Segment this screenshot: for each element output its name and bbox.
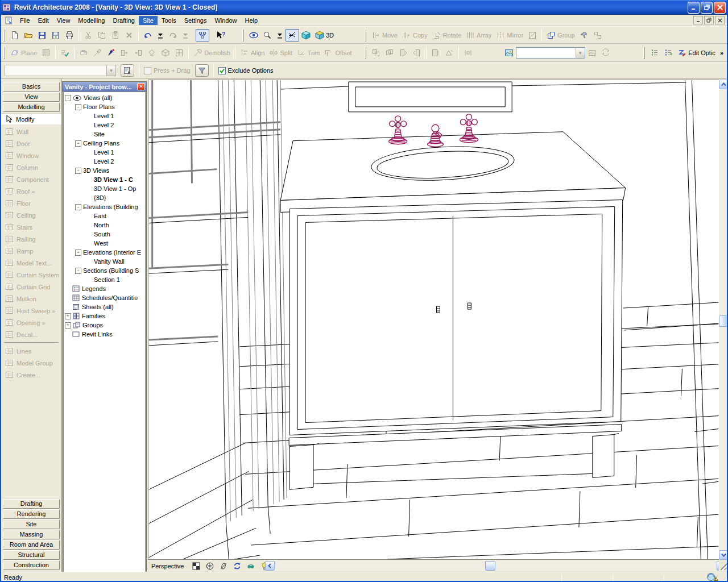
tool-host-sweep[interactable]: Host Sweep » [1, 305, 61, 317]
redo-dropdown[interactable] [180, 29, 191, 41]
demolish-button[interactable]: Demolish [191, 47, 233, 59]
design-bar-tab-construction[interactable]: Construction [3, 560, 60, 570]
project-browser-header[interactable]: Vanity - Project brow... ✕ [63, 82, 146, 92]
attach-top-button[interactable] [396, 47, 410, 59]
tool-model-text[interactable]: Model Text... [1, 257, 61, 269]
mdi-minimize-button[interactable] [693, 16, 703, 24]
tool-lines[interactable]: Lines [1, 345, 61, 357]
copy-button[interactable] [95, 29, 109, 41]
tool-curtain-grid[interactable]: Curtain Grid [1, 281, 61, 293]
tree-item-sheets-all[interactable]: Sheets (all) [64, 302, 145, 311]
menu-site[interactable]: Site [139, 16, 158, 25]
tree-item-level-2[interactable]: Level 2 [64, 120, 145, 130]
surface-pattern-button[interactable] [39, 47, 53, 59]
project-browser-close-icon[interactable]: ✕ [137, 83, 145, 90]
render-image-button[interactable] [585, 47, 599, 59]
edit-cut-profile-button[interactable] [429, 47, 442, 59]
properties-button[interactable] [121, 64, 134, 77]
scroll-up-icon[interactable] [719, 80, 728, 89]
thin-lines-toggle-icon[interactable] [220, 562, 228, 570]
menu-file[interactable]: File [16, 16, 34, 25]
tree-item-views-all[interactable]: -Views (all) [64, 93, 145, 102]
linework-button[interactable] [442, 47, 456, 59]
tool-stairs[interactable]: Stairs [1, 221, 61, 233]
trim-button[interactable]: Trim [295, 47, 322, 59]
tree-item-revit-links[interactable]: Revit Links [64, 330, 145, 339]
render-region-combobox[interactable]: ▼ [516, 47, 585, 59]
tool-curtain-system[interactable]: Curtain System [1, 269, 61, 281]
redo-button[interactable] [166, 29, 180, 41]
filter-button[interactable] [195, 64, 209, 77]
detail-level-icon[interactable] [206, 562, 214, 570]
view-eye-button[interactable] [247, 29, 260, 41]
tool-roof[interactable]: Roof » [1, 185, 61, 197]
collapse-icon[interactable]: - [75, 104, 81, 110]
tool-opening[interactable]: Opening » [1, 317, 61, 329]
menu-edit[interactable]: Edit [34, 16, 53, 25]
undo-dropdown[interactable] [155, 29, 166, 41]
wall-join-button[interactable] [369, 47, 383, 59]
toolbar-grip[interactable] [3, 29, 5, 41]
pin-button[interactable] [577, 29, 591, 41]
resize-grip[interactable] [721, 563, 728, 570]
design-bar-tab-site[interactable]: Site [3, 519, 60, 529]
tree-item-east[interactable]: East [64, 211, 145, 221]
design-bar-tab-massing[interactable]: Massing [3, 530, 60, 539]
tree-item-3d-views[interactable]: -3D Views [64, 166, 145, 175]
tool-create[interactable]: Create... [1, 369, 61, 381]
press-drag-checkbox[interactable] [144, 67, 151, 74]
ungroup-button[interactable] [591, 29, 605, 41]
collapse-icon[interactable]: - [75, 204, 81, 210]
collapse-icon[interactable]: - [75, 250, 81, 256]
tree-item-section-1[interactable]: Section 1 [64, 275, 145, 284]
copy-element-button[interactable]: Copy [400, 29, 430, 41]
3d-view-canvas[interactable] [148, 80, 719, 560]
array-button[interactable]: Array [464, 29, 494, 41]
exclude-options-checkbox[interactable] [218, 67, 226, 74]
tool-window[interactable]: Window [1, 149, 61, 161]
tree-item-south[interactable]: South [64, 230, 145, 239]
render-cube-button[interactable]: 3D [313, 29, 336, 41]
warnings-icon[interactable] [706, 572, 719, 582]
grid-face-button[interactable] [172, 47, 186, 59]
mdi-close-button[interactable] [715, 16, 725, 24]
mdi-restore-button[interactable] [704, 16, 714, 24]
join-geometry-button[interactable] [131, 47, 145, 59]
design-bar-tab-room-and-area[interactable]: Room and Area [3, 540, 60, 550]
tree-item-level-1[interactable]: Level 1 [64, 148, 145, 157]
tape-measure-button[interactable] [77, 47, 90, 59]
measure-between-button[interactable] [461, 47, 475, 59]
new-button[interactable] [8, 29, 22, 41]
tool-column[interactable]: Column [1, 161, 61, 173]
shading-cube-button[interactable] [299, 29, 313, 41]
sun-settings-button[interactable] [648, 47, 661, 59]
shadows-icon[interactable] [247, 562, 255, 570]
tool-model-group[interactable]: Model Group [1, 357, 61, 369]
close-button[interactable] [714, 2, 726, 14]
tree-item-groups[interactable]: +Groups [64, 321, 145, 330]
edit-optic-button[interactable]: Edit Optic [675, 47, 718, 59]
design-bar-tab-basics[interactable]: Basics [3, 82, 60, 92]
tree-item-level-1[interactable]: Level 1 [64, 111, 145, 120]
tree-item-3d[interactable]: {3D} [64, 193, 145, 202]
toolbar-grip[interactable] [3, 47, 5, 59]
tool-ceiling[interactable]: Ceiling [1, 209, 61, 221]
tool-component[interactable]: Component [1, 173, 61, 185]
shadow-settings-button[interactable] [661, 47, 675, 59]
wall-join2-button[interactable] [383, 47, 396, 59]
tree-item-legends[interactable]: Legends [64, 284, 145, 293]
menu-help[interactable]: Help [241, 16, 262, 25]
tool-wall[interactable]: Wall [1, 126, 61, 138]
design-bar-tab-rendering[interactable]: Rendering [3, 509, 60, 519]
tree-item-3d-view-1-op[interactable]: 3D View 1 - Op [64, 184, 145, 193]
help-pointer-button[interactable]: ? [214, 29, 228, 41]
project-browser-toggle[interactable] [196, 29, 209, 41]
expand-icon[interactable]: + [65, 313, 71, 319]
canvas-vscrollbar[interactable] [719, 80, 728, 560]
collapse-icon[interactable]: - [75, 140, 81, 147]
align-button[interactable]: Align [238, 47, 267, 59]
tool-floor[interactable]: Floor [1, 197, 61, 209]
scale-icon[interactable] [192, 562, 200, 570]
group-button[interactable]: Group [544, 29, 577, 41]
paste-button[interactable] [109, 29, 122, 41]
